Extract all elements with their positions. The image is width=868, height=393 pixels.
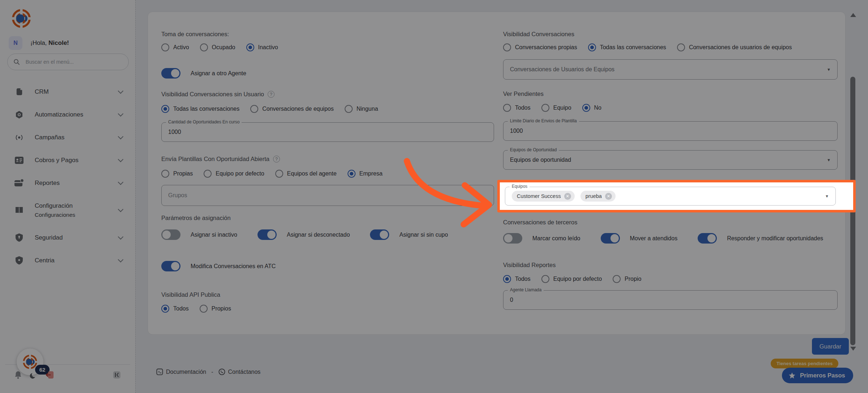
- sidebar-item-crm[interactable]: CRM: [0, 80, 136, 103]
- contact-link[interactable]: Contáctanos: [218, 368, 261, 375]
- sidebar-item-campanas[interactable]: Campañas: [0, 126, 136, 149]
- sidebar-item-label: Cobros y Pagos: [35, 157, 78, 164]
- chevron-down-icon: [118, 88, 124, 94]
- first-steps-button[interactable]: Primeros Pasos: [782, 368, 853, 383]
- radio-no-pendientes[interactable]: No: [582, 104, 601, 112]
- radio-propios-api[interactable]: Propios: [200, 305, 231, 313]
- search-input[interactable]: [25, 59, 123, 65]
- equipos-chips: Customer Success ✕ prueba ✕: [512, 191, 616, 202]
- avatar[interactable]: N: [9, 36, 22, 50]
- section-label-terceros: Conversaciones de terceros: [503, 219, 838, 226]
- sidebar-item-reportes[interactable]: Reportes: [0, 172, 136, 194]
- sidebar-item-cobros-pagos[interactable]: Cobros y Pagos: [0, 149, 136, 172]
- radio-ocupado[interactable]: Ocupado: [200, 43, 235, 51]
- section-label-visibilidad-reportes: Visibilidad Reportes: [503, 262, 838, 269]
- radio-ninguna[interactable]: Ninguna: [345, 105, 378, 113]
- radio-propias[interactable]: Propias: [161, 170, 193, 178]
- terceros-toggles: Marcar como leído Mover a atendidos Resp…: [503, 233, 838, 244]
- radio-propio-reportes[interactable]: Propio: [613, 275, 641, 283]
- section-label-envia-plantillas: Envía Plantillas Con Oportunidad Abierta…: [161, 156, 494, 162]
- toggle-asignar-si-sin-cupo[interactable]: Asignar si sin cupo: [370, 229, 448, 240]
- grupos-select[interactable]: Grupos: [161, 185, 494, 206]
- chip-remove-icon[interactable]: ✕: [605, 193, 612, 200]
- radio-conversaciones-propias[interactable]: Conversaciones propias: [503, 43, 577, 51]
- brand-logo-icon: [11, 8, 32, 29]
- shield-icon: [14, 256, 24, 265]
- toggle-modifica-atc[interactable]: Modifica Conversaciones en ATC: [161, 261, 494, 271]
- radio-equipo-por-defecto[interactable]: Equipo por defecto: [204, 170, 264, 178]
- chip-prueba[interactable]: prueba ✕: [580, 191, 616, 202]
- radio-inactivo[interactable]: Inactivo: [246, 43, 278, 51]
- save-button[interactable]: Guardar: [812, 338, 849, 355]
- chevron-down-icon: [118, 156, 124, 162]
- star-icon: [788, 372, 796, 379]
- settings-card: Toma de conversaciones: Activo Ocupado I…: [148, 12, 846, 335]
- book-icon: [14, 206, 24, 215]
- toggle-responder-modificar[interactable]: Responder y modificar oportunidades: [698, 233, 823, 244]
- toggle-asignar-si-desconectado[interactable]: Asignar si desconectado: [258, 229, 350, 240]
- sidebar-item-centria[interactable]: Centria: [0, 249, 136, 272]
- logout-icon[interactable]: [46, 371, 54, 381]
- broadcast-icon: [14, 133, 24, 142]
- radio-conversaciones-equipos[interactable]: Conversaciones de equipos: [250, 105, 333, 113]
- radio-todos-pendientes[interactable]: Todos: [503, 104, 531, 112]
- radio-todas-las-conversaciones[interactable]: Todas las conversaciones: [588, 43, 666, 51]
- visibilidad-reportes-radio-group: Todos Equipo por defecto Propio: [503, 275, 838, 283]
- wallet-icon: [14, 178, 24, 188]
- chevron-down-icon: [118, 111, 124, 117]
- sidebar-subitem-configuraciones[interactable]: Configuraciones: [35, 212, 75, 218]
- documentation-link[interactable]: Documentación: [156, 368, 206, 375]
- dark-mode-moon-icon[interactable]: [30, 373, 37, 381]
- shield-icon: [14, 233, 24, 242]
- section-label-parametros: Parámetros de asignación: [161, 215, 494, 221]
- toma-radio-group: Activo Ocupado Inactivo: [161, 43, 494, 51]
- scrollbar-up-arrow[interactable]: [850, 13, 856, 17]
- pending-tasks-badge: Tienes tareas pendientes: [771, 359, 838, 368]
- visibilidad-sin-usuario-radio-group: Todas las conversaciones Conversaciones …: [161, 105, 494, 113]
- id-card-icon: [14, 156, 24, 165]
- bell-icon[interactable]: [14, 371, 22, 380]
- menu-search[interactable]: [7, 54, 129, 70]
- radio-equipo-defecto-reportes[interactable]: Equipo por defecto: [541, 275, 602, 283]
- conversaciones-usuarios-equipos-select[interactable]: Conversaciones de Usuarios de Equipos ▼: [503, 59, 838, 80]
- chevron-down-icon: ▼: [827, 158, 831, 162]
- phone-icon: [218, 368, 225, 375]
- radio-equipo-pendientes[interactable]: Equipo: [541, 104, 571, 112]
- chevron-down-icon: [118, 207, 124, 212]
- section-label-ver-pendientes: Ver Pendientes: [503, 90, 838, 97]
- scrollbar-down-arrow[interactable]: [850, 347, 856, 351]
- cantidad-oportunidades-input[interactable]: Cantidad de Oportunidades En curso 1000: [161, 122, 494, 142]
- document-icon: [156, 368, 163, 375]
- help-icon[interactable]: ?: [268, 91, 275, 98]
- radio-todos-api[interactable]: Todos: [161, 305, 189, 313]
- equipos-multiselect[interactable]: Equipos Customer Success ✕ prueba ✕ ▼: [505, 187, 836, 206]
- radio-todos-reportes[interactable]: Todos: [503, 275, 531, 283]
- sidebar-collapse-icon[interactable]: [113, 371, 121, 380]
- parametros-toggles: Asignar si inactivo Asignar si desconect…: [161, 229, 494, 240]
- nut-icon: [14, 110, 24, 119]
- equipos-highlight-box: Equipos Customer Success ✕ prueba ✕ ▼: [497, 180, 856, 212]
- equipos-oportunidad-select[interactable]: Equipos de Oportunidad Equipos de oportu…: [503, 150, 838, 170]
- envia-plantillas-radio-group: Propias Equipo por defecto Equipos del a…: [161, 170, 494, 178]
- sidebar-item-seguridad[interactable]: Seguridad: [0, 226, 136, 249]
- chevron-down-icon: ▼: [827, 67, 831, 72]
- agente-llamada-input[interactable]: Agente Llamada 0: [503, 290, 838, 310]
- chip-remove-icon[interactable]: ✕: [564, 193, 571, 200]
- radio-conversaciones-usuarios-equipos[interactable]: Conversaciones de usuarios de equipos: [677, 43, 792, 51]
- toggle-mover-a-atendidos[interactable]: Mover a atendidos: [601, 233, 678, 244]
- radio-todas-conversaciones[interactable]: Todas las conversaciones: [161, 105, 239, 113]
- radio-equipos-del-agente[interactable]: Equipos del agente: [275, 170, 337, 178]
- radio-empresa[interactable]: Empresa: [348, 170, 383, 178]
- toggle-marcar-como-leido[interactable]: Marcar como leído: [503, 233, 580, 244]
- help-icon[interactable]: ?: [273, 156, 280, 162]
- sidebar-item-configuracion[interactable]: Configuración Configuraciones: [0, 194, 136, 226]
- sidebar-item-automatizaciones[interactable]: Automatizaciones: [0, 103, 136, 126]
- section-label-visibilidad-sin-usuario: Visibilidad Conversaciones sin Usuario ?: [161, 91, 494, 98]
- toggle-asignar-otro-agente[interactable]: Asignar a otro Agente: [161, 68, 494, 79]
- sidebar-item-label: Automatizaciones: [35, 111, 83, 118]
- limite-diario-input[interactable]: Limite Diario de Envios de Plantilla 100…: [503, 121, 838, 141]
- radio-activo[interactable]: Activo: [161, 43, 189, 51]
- toggle-asignar-si-inactivo[interactable]: Asignar si inactivo: [161, 229, 237, 240]
- chip-customer-success[interactable]: Customer Success ✕: [512, 191, 575, 202]
- sidebar: N ¡Hola, Nicole! CRM Automati: [0, 0, 136, 393]
